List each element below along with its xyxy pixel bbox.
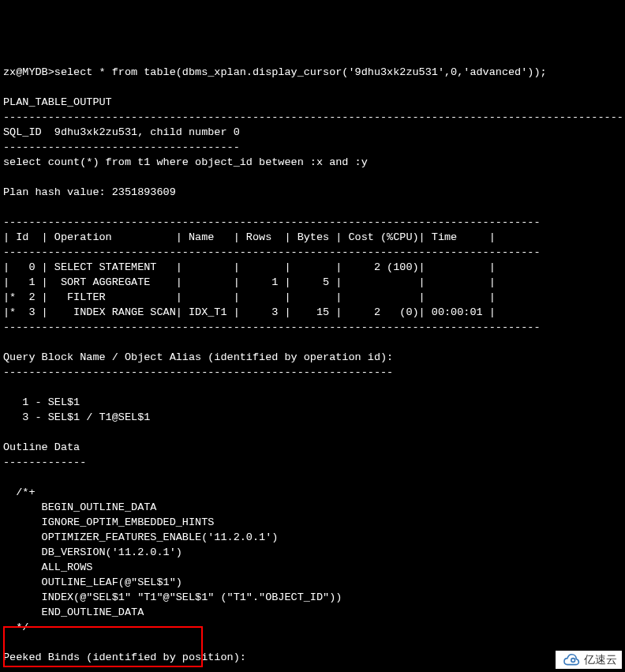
plan-border: ----------------------------------------…: [3, 321, 541, 333]
plan-row: |* 3 | INDEX RANGE SCAN| IDX_T1 | 3 | 15…: [3, 306, 496, 318]
outline-line: OPTIMIZER_FEATURES_ENABLE('11.2.0.1'): [3, 531, 278, 543]
plan-row: |* 2 | FILTER | | | | | |: [3, 291, 496, 303]
plan-row: | 1 | SORT AGGREGATE | | 1 | 5 | | |: [3, 276, 496, 288]
plan-header-row: | Id | Operation | Name | Rows | Bytes |…: [3, 231, 496, 243]
sql-id-line: SQL_ID 9dhu3xk2zu531, child number 0: [3, 126, 240, 138]
outline-line: END_OUTLINE_DATA: [3, 606, 144, 618]
outline-data-header: Outline Data: [3, 441, 80, 453]
watermark: 亿速云: [556, 651, 622, 669]
plan-border: ----------------------------------------…: [3, 246, 541, 258]
divider: ----------------------------------------…: [3, 111, 623, 123]
cloud-icon: [560, 654, 581, 666]
watermark-text: 亿速云: [584, 652, 617, 667]
divider: -------------: [3, 456, 86, 468]
outline-line: BEGIN_OUTLINE_DATA: [3, 501, 156, 513]
query-block-line: 1 - SEL$1: [3, 396, 80, 408]
svg-point-0: [571, 658, 575, 662]
sql-prompt: zx@MYDB>: [3, 66, 54, 78]
plan-border: ----------------------------------------…: [3, 216, 541, 228]
sql-command[interactable]: select * from table(dbms_xplan.display_c…: [54, 66, 547, 78]
query-block-line: 3 - SEL$1 / T1@SEL$1: [3, 411, 150, 423]
query-block-header: Query Block Name / Object Alias (identif…: [3, 351, 393, 363]
query-text: select count(*) from t1 where object_id …: [3, 156, 368, 168]
plan-row: | 0 | SELECT STATEMENT | | | | 2 (100)| …: [3, 261, 496, 273]
peeked-binds-header: Peeked Binds (identified by position):: [3, 651, 246, 663]
plan-table-output-header: PLAN_TABLE_OUTPUT: [3, 96, 112, 108]
plan-hash-value: Plan hash value: 2351893609: [3, 186, 176, 198]
outline-close: */: [3, 621, 28, 633]
divider: ----------------------------------------…: [3, 366, 393, 378]
outline-line: OUTLINE_LEAF(@"SEL$1"): [3, 576, 182, 588]
outline-open: /*+: [3, 486, 36, 498]
outline-line: INDEX(@"SEL$1" "T1"@"SEL$1" ("T1"."OBJEC…: [3, 591, 342, 603]
outline-line: ALL_ROWS: [3, 561, 92, 573]
divider: --------------------------------------: [3, 666, 246, 672]
outline-line: IGNORE_OPTIM_EMBEDDED_HINTS: [3, 516, 214, 528]
outline-line: DB_VERSION('11.2.0.1'): [3, 546, 182, 558]
divider: -------------------------------------: [3, 141, 240, 153]
